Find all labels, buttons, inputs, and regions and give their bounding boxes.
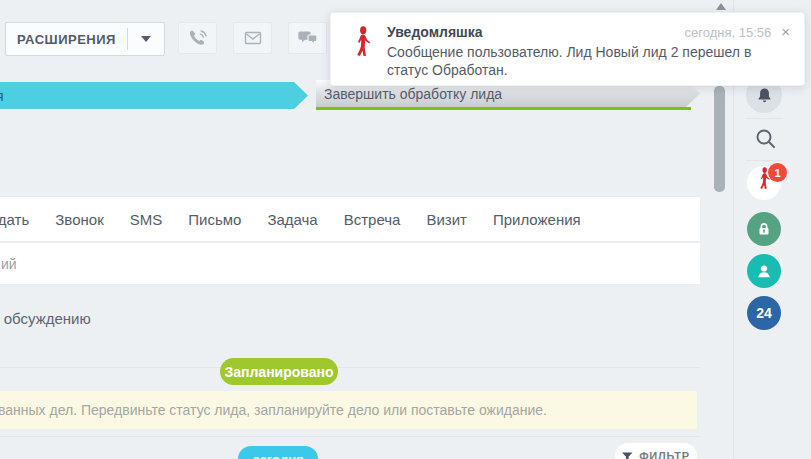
phone-button[interactable]: [178, 22, 217, 54]
lead-stage-current[interactable]: я: [0, 82, 308, 109]
mail-icon: [243, 28, 263, 48]
scrollbar-thumb[interactable]: [714, 86, 725, 192]
notification-title: Уведомляшка: [387, 24, 483, 40]
bitrix24-button[interactable]: 24: [747, 296, 781, 330]
notification-mascot-icon: [353, 24, 387, 75]
notification-content: Уведомляшка сегодня, 15:56 × Сообщение п…: [387, 24, 790, 75]
tab-task[interactable]: Задача: [267, 211, 317, 228]
notification-message: Сообщение пользователю. Лид Новый лид 2 …: [387, 43, 772, 79]
mail-button[interactable]: [233, 22, 272, 54]
bell-icon: [755, 86, 774, 105]
extensions-button-label: РАСШИРЕНИЯ: [6, 32, 127, 47]
activity-tabs-row: Ждать Звонок SMS Письмо Задача Встреча В…: [0, 196, 700, 242]
crm-lead-page: РАСШИРЕНИЯ я Завершить обработку лида: [0, 0, 811, 459]
security-lock-button[interactable]: [747, 212, 781, 246]
filter-button-label: ФИЛЬТР: [639, 450, 690, 459]
close-icon[interactable]: ×: [781, 25, 790, 38]
timeline-divider-line: [0, 436, 700, 437]
lock-icon: [754, 219, 774, 239]
scroll-up-arrow[interactable]: [716, 3, 726, 10]
comment-input-text: ий: [1, 256, 17, 272]
tab-call[interactable]: Звонок: [55, 211, 103, 228]
filter-button[interactable]: ФИЛЬТР: [615, 443, 697, 459]
tab-meeting[interactable]: Встреча: [344, 211, 401, 228]
search-button[interactable]: [752, 125, 780, 153]
comment-input[interactable]: ий: [0, 243, 700, 284]
tab-sms[interactable]: SMS: [130, 211, 163, 228]
tab-visit[interactable]: Визит: [426, 211, 467, 228]
lead-stage-current-label: я: [0, 88, 4, 104]
search-icon: [753, 126, 779, 152]
chat-icon: [297, 28, 319, 48]
tab-apps[interactable]: Приложения: [493, 211, 581, 228]
invite-to-discussion-link[interactable]: к обсуждению: [0, 284, 700, 352]
funnel-icon: [622, 452, 633, 459]
invite-to-discussion-label: к обсуждению: [0, 310, 91, 327]
sidebar-separator: [746, 160, 783, 161]
stage-progress-underline: [316, 107, 691, 110]
chat-button[interactable]: [288, 22, 327, 54]
today-date-badge: сегодня: [238, 446, 318, 459]
no-activities-notice: ванных дел. Передвиньте статус лида, зап…: [0, 391, 697, 429]
extensions-button[interactable]: РАСШИРЕНИЯ: [5, 22, 165, 56]
notification-timestamp: сегодня, 15:56: [685, 25, 782, 40]
tab-wait[interactable]: Ждать: [0, 211, 29, 228]
tab-letter[interactable]: Письмо: [188, 211, 241, 228]
contact-person-button[interactable]: [747, 254, 781, 288]
planned-divider-line: [0, 367, 700, 368]
lead-stage-finish-label: Завершить обработку лида: [324, 86, 502, 102]
notification-popup[interactable]: Уведомляшка сегодня, 15:56 × Сообщение п…: [330, 12, 805, 86]
planned-status-badge: Запланировано: [220, 358, 338, 385]
sidebar-separator: [746, 118, 783, 119]
phone-icon: [187, 27, 209, 49]
no-activities-notice-text: ванных дел. Передвиньте статус лида, зап…: [0, 402, 547, 418]
person-icon: [754, 261, 774, 281]
notification-count-badge: 1: [768, 163, 787, 182]
chevron-down-icon[interactable]: [128, 36, 164, 42]
